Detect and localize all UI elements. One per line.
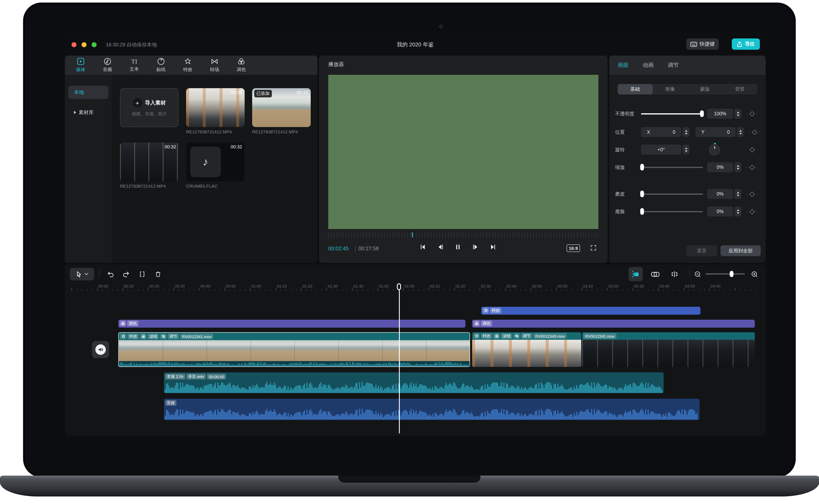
next-keyframe-icon[interactable]: ›: [758, 130, 760, 135]
position-y-field[interactable]: Y0: [695, 127, 736, 137]
rotation-stepper[interactable]: [683, 145, 690, 155]
keyframe-diamond-icon[interactable]: [749, 209, 754, 214]
undo-button[interactable]: [105, 268, 116, 280]
ruler-label: 01:30: [328, 284, 338, 288]
video-clip-2[interactable]: 特效 滤镜 调节 RV0012349.mov: [472, 332, 581, 367]
slim-face-stepper[interactable]: [734, 206, 741, 216]
rotation-value[interactable]: +0°: [641, 145, 681, 155]
prev-keyframe-icon[interactable]: ‹: [746, 111, 748, 116]
next-keyframe-icon[interactable]: ›: [756, 111, 757, 116]
aspect-ratio-button[interactable]: 16:9: [567, 244, 580, 252]
delete-button[interactable]: [153, 268, 163, 280]
video-clip-3[interactable]: RV0012341.mov: [582, 332, 755, 367]
keyframe-diamond-icon[interactable]: [749, 164, 754, 170]
playhead[interactable]: [399, 283, 400, 433]
smooth-skin-value[interactable]: 0%: [707, 189, 733, 199]
subtab-basic[interactable]: 基础: [618, 84, 653, 94]
media-item-audio[interactable]: ♪ 00:32: [186, 143, 245, 181]
tab-animation[interactable]: 动画: [643, 61, 654, 69]
pause-button[interactable]: [455, 244, 461, 250]
scale-slider[interactable]: [641, 167, 703, 168]
timeline-ruler[interactable]: 00:0000:1000:2000:3000:4000:5001:0001:10…: [65, 283, 766, 292]
zoom-in-button[interactable]: [749, 268, 760, 280]
tab-adjust[interactable]: 调节: [668, 61, 679, 69]
effect-track-clip[interactable]: 特效: [481, 307, 700, 315]
scale-value[interactable]: 0%: [707, 162, 733, 172]
subtab-chroma[interactable]: 抠像: [653, 84, 688, 94]
position-y-stepper[interactable]: [737, 127, 744, 137]
skip-end-button[interactable]: [490, 244, 497, 250]
prev-keyframe-icon[interactable]: ‹: [749, 130, 750, 135]
prev-keyframe-icon[interactable]: ‹: [746, 165, 748, 170]
next-keyframe-icon[interactable]: ›: [756, 165, 757, 170]
main-track-magnet-button[interactable]: [629, 267, 643, 281]
keyframe-diamond-icon[interactable]: [749, 111, 754, 116]
smooth-skin-slider[interactable]: [641, 193, 703, 195]
skip-start-button[interactable]: [420, 244, 426, 250]
slider-handle[interactable]: [640, 191, 644, 197]
ruler-tick: [684, 288, 684, 291]
media-tab-color[interactable]: 调色: [228, 56, 255, 75]
slider-handle[interactable]: [640, 208, 644, 215]
reset-button[interactable]: 重置: [686, 245, 717, 256]
opacity-stepper[interactable]: [734, 109, 741, 119]
prev-keyframe-icon[interactable]: ‹: [746, 209, 748, 214]
preview-canvas[interactable]: [328, 75, 599, 229]
select-tool-button[interactable]: [70, 268, 94, 280]
keyframe-diamond-icon[interactable]: [749, 147, 754, 152]
slider-handle[interactable]: [640, 164, 644, 171]
link-button[interactable]: [649, 268, 661, 280]
media-item-video-2[interactable]: 已添加 00:32: [252, 88, 311, 127]
split-clip-button[interactable]: [669, 268, 680, 280]
split-button[interactable]: [137, 268, 148, 280]
media-tab-transitions[interactable]: 转场: [201, 56, 228, 75]
fullscreen-button[interactable]: [590, 244, 597, 251]
redo-button[interactable]: [121, 268, 132, 280]
color-track-clip-1[interactable]: 调色: [118, 320, 466, 328]
sidebar-item-library[interactable]: 素材库: [68, 106, 108, 119]
prev-keyframe-icon[interactable]: ‹: [746, 191, 748, 196]
audio-clip-sfx[interactable]: 音效: [164, 399, 700, 420]
next-frame-button[interactable]: [472, 244, 479, 250]
next-keyframe-icon[interactable]: ›: [756, 209, 757, 214]
prev-frame-button[interactable]: [437, 244, 444, 250]
track-mute-button[interactable]: [92, 341, 109, 358]
slim-face-value[interactable]: 0%: [707, 206, 733, 216]
video-clip-1-selected[interactable]: 特效 滤镜 调节 RV0012341.mov: [118, 332, 470, 367]
position-x-field[interactable]: X0: [641, 127, 681, 137]
zoom-out-button[interactable]: [692, 268, 703, 280]
subtab-background[interactable]: 背景: [722, 84, 757, 94]
opacity-slider[interactable]: [641, 113, 703, 114]
timeline-zoom-slider[interactable]: [706, 273, 745, 275]
position-x-stepper[interactable]: [683, 127, 690, 137]
media-tab-audio[interactable]: 音频: [94, 56, 121, 75]
media-tab-effects[interactable]: 特效: [174, 56, 201, 75]
keyframe-diamond-icon[interactable]: [752, 129, 757, 135]
export-button[interactable]: 导出: [732, 38, 760, 50]
ruler-tick: [638, 289, 638, 291]
media-tab-sticker[interactable]: 贴纸: [148, 56, 174, 75]
apply-to-all-button[interactable]: 应用到全部: [721, 245, 761, 256]
slider-handle[interactable]: [700, 110, 704, 117]
player-scrubber[interactable]: [328, 232, 599, 237]
rotation-knob[interactable]: [709, 144, 720, 155]
keyframe-diamond-icon[interactable]: [749, 191, 754, 196]
media-tab-media[interactable]: 媒体: [67, 56, 94, 75]
subtab-mask[interactable]: 蒙版: [688, 84, 722, 94]
audio-clip-recording[interactable]: 变速 2.0x 录音.wav 00:00:00: [164, 372, 664, 393]
shortcut-keys-button[interactable]: 快捷键: [686, 38, 719, 50]
sidebar-item-local[interactable]: 本地: [68, 86, 108, 99]
next-keyframe-icon[interactable]: ›: [756, 191, 757, 196]
playhead-handle[interactable]: [397, 283, 401, 290]
media-item-video-1[interactable]: 00:32: [186, 88, 245, 127]
smooth-skin-stepper[interactable]: [734, 189, 741, 199]
slider-handle[interactable]: [730, 271, 734, 277]
import-media-card[interactable]: + 导入素材 视频、音频、图片: [120, 88, 178, 127]
slim-face-slider[interactable]: [641, 211, 703, 212]
media-item-video-3[interactable]: 00:32: [120, 143, 178, 181]
scale-stepper[interactable]: [734, 162, 741, 172]
tab-picture[interactable]: 画面: [618, 61, 629, 69]
color-track-clip-2[interactable]: 调色: [472, 320, 755, 328]
opacity-value[interactable]: 100%: [707, 109, 733, 119]
media-tab-text[interactable]: TI 文本: [121, 56, 148, 75]
